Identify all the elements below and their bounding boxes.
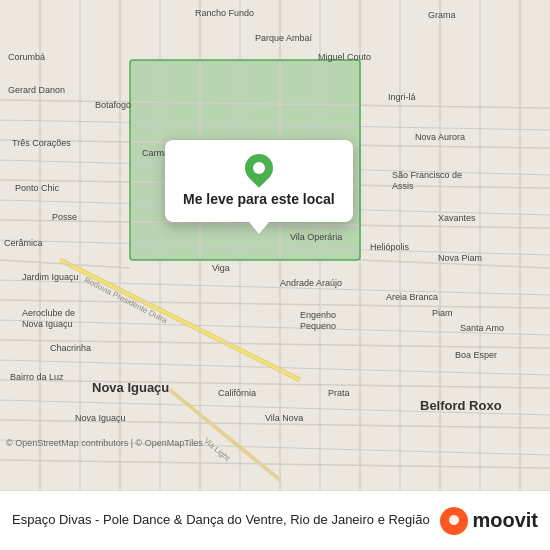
moovit-icon bbox=[440, 507, 468, 535]
label-aeroclube: Aeroclube de Nova Iguaçu bbox=[22, 308, 87, 330]
location-popup[interactable]: Me leve para este local bbox=[165, 140, 353, 222]
label-posse: Posse bbox=[52, 212, 77, 222]
label-miguel-couto: Miguel Couto bbox=[318, 52, 371, 62]
moovit-text: moovit bbox=[472, 509, 538, 532]
map-container: Rancho Fundo Grama Corumbá Parque Ambaí … bbox=[0, 0, 550, 490]
map-pin bbox=[239, 148, 279, 188]
label-prata: Prata bbox=[328, 388, 350, 398]
label-corumba: Corumbá bbox=[8, 52, 45, 62]
label-ingri-la: Ingri-lá bbox=[388, 92, 416, 102]
label-nova-iguacu-main: Nova Iguaçu bbox=[92, 380, 169, 395]
moovit-logo: moovit bbox=[440, 507, 538, 535]
label-rancho-fundo: Rancho Fundo bbox=[195, 8, 254, 18]
label-sao-francisco: São Francisco de Assis bbox=[392, 170, 482, 192]
label-viga: Viga bbox=[212, 263, 230, 273]
map-attribution: © OpenStreetMap contributors | © OpenMap… bbox=[6, 438, 203, 448]
label-nova-piam: Nova Piam bbox=[438, 253, 482, 263]
label-engenho: Engenho Pequeno bbox=[300, 310, 365, 332]
label-nova-aurora: Nova Aurora bbox=[415, 132, 465, 142]
label-vila-nova: Vila Nova bbox=[265, 413, 303, 423]
label-piam: Piam bbox=[432, 308, 453, 318]
popup-arrow bbox=[249, 222, 269, 234]
label-andrade-araujo: Andrade Araújo bbox=[280, 278, 342, 288]
label-parque-ambai: Parque Ambaí bbox=[255, 33, 312, 43]
label-areia-branca: Areia Branca bbox=[386, 292, 438, 302]
label-gerard-danon: Gerard Danon bbox=[8, 85, 65, 95]
label-nova-iguacu-sub: Nova Iguaçu bbox=[75, 413, 126, 423]
label-belford-roxo: Belford Roxo bbox=[420, 398, 502, 413]
info-bar: Espaço Divas - Pole Dance & Dança do Ven… bbox=[0, 490, 550, 550]
label-xavantes: Xavantes bbox=[438, 213, 476, 223]
label-bairro-luz: Bairro da Luz bbox=[10, 372, 64, 382]
label-botafogo: Botafogo bbox=[95, 100, 131, 110]
label-heliopolis: Heliópolis bbox=[370, 242, 409, 252]
label-tres-coracoes: Três Corações bbox=[12, 138, 71, 148]
label-chacrinha: Chacrinha bbox=[50, 343, 91, 353]
label-ceramica: Cerâmica bbox=[4, 238, 43, 248]
label-jardim-iguacu: Jardim Iguaçu bbox=[22, 272, 79, 283]
location-title: Espaço Divas - Pole Dance & Dança do Ven… bbox=[12, 512, 440, 529]
label-santa-amo: Santa Amo bbox=[460, 323, 504, 333]
label-grama: Grama bbox=[428, 10, 456, 20]
label-vila-operaria: Vila Operária bbox=[290, 232, 342, 242]
label-ponto-chic: Ponto Chic bbox=[15, 183, 59, 193]
popup-label: Me leve para este local bbox=[183, 190, 335, 208]
label-california: Califôrnia bbox=[218, 388, 256, 398]
label-boa-esper: Boa Esper bbox=[455, 350, 497, 360]
